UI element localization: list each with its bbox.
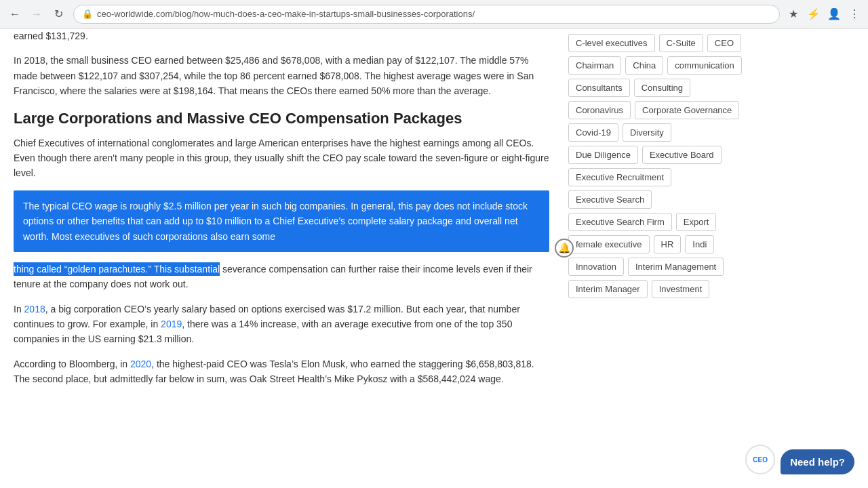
bookmark-this-icon[interactable]: ★ — [785, 6, 802, 22]
tag-item[interactable]: communication — [667, 56, 741, 75]
tag-item[interactable]: Corporate Governance — [635, 101, 739, 119]
url-text: ceo-worldwide.com/blog/how-much-does-a-c… — [97, 9, 475, 19]
tag-item[interactable]: Indi — [685, 235, 714, 253]
tag-item[interactable]: Interim Manager — [568, 280, 648, 298]
section-heading: Large Corporations and Massive CEO Compe… — [14, 110, 549, 127]
article-body: earned $131,729. In 2018, the small busi… — [0, 28, 563, 488]
tag-item[interactable]: Consultants — [568, 79, 630, 97]
tags-list: C-level executivesC-SuiteCEOChairmanChin… — [568, 28, 742, 298]
lock-icon: 🔒 — [82, 9, 93, 19]
link-2019[interactable]: 2019 — [161, 319, 182, 329]
tag-item[interactable]: Diversity — [623, 123, 671, 142]
browser-toolbar: ← → ↻ 🔒 ceo-worldwide.com/blog/how-much-… — [0, 0, 868, 28]
help-logo: CEO — [745, 445, 775, 474]
para-intro-corps: Chief Executives of international conglo… — [14, 136, 549, 181]
tag-item[interactable]: Executive Board — [642, 146, 722, 164]
mixed-para: thing called “golden parachutes.” This s… — [14, 262, 549, 292]
tag-item[interactable]: female executive — [568, 235, 650, 253]
notification-icon[interactable]: 🔔 — [555, 239, 574, 258]
help-label: Need help? — [790, 456, 845, 468]
tag-item[interactable]: Due Diligence — [568, 146, 638, 164]
highlight-text: The typical CEO wage is roughly $2.5 mil… — [23, 201, 528, 242]
link-2020[interactable]: 2020 — [130, 359, 151, 369]
tag-item[interactable]: Executive Recruitment — [568, 168, 671, 186]
tag-item[interactable]: C-Suite — [659, 34, 703, 52]
help-widget: CEO Need help? — [745, 445, 854, 474]
tag-item[interactable]: CEO — [707, 34, 741, 52]
tag-item[interactable]: Coronavirus — [568, 101, 631, 119]
back-button[interactable]: ← — [5, 5, 24, 24]
tag-item[interactable]: Consulting — [634, 79, 690, 97]
intro-paragraph: earned $131,729. — [14, 28, 549, 43]
reload-button[interactable]: ↻ — [49, 5, 68, 24]
page-content: earned $131,729. In 2018, the small busi… — [0, 28, 868, 488]
highlight-continuation: thing called “golden parachutes.” This s… — [14, 262, 220, 276]
intro-text: earned $131,729. — [14, 30, 88, 41]
nav-buttons: ← → ↻ — [5, 5, 68, 24]
tag-item[interactable]: Interim Management — [628, 258, 724, 276]
tag-item[interactable]: Investment — [652, 280, 710, 298]
para-bloomberg: According to Bloomberg, in 2020, the hig… — [14, 357, 549, 387]
forward-button[interactable]: → — [27, 5, 46, 24]
tag-item[interactable]: Innovation — [568, 258, 624, 276]
profile-icon[interactable]: 👤 — [826, 6, 842, 22]
browser-actions: ★ ⚡ 👤 ⋮ — [785, 6, 863, 22]
tag-item[interactable]: Executive Search — [568, 190, 652, 209]
link-2018[interactable]: 2018 — [24, 304, 45, 314]
menu-icon[interactable]: ⋮ — [846, 6, 863, 22]
para-2018b: In 2018, a big corporation CEO’s yearly … — [14, 302, 549, 347]
tag-item[interactable]: China — [625, 56, 663, 75]
help-logo-text: CEO — [753, 456, 768, 464]
highlighted-text-block: The typical CEO wage is roughly $2.5 mil… — [14, 190, 549, 252]
tag-item[interactable]: Export — [676, 213, 717, 231]
extensions-icon[interactable]: ⚡ — [806, 6, 822, 22]
tag-item[interactable]: Chairman — [568, 56, 621, 75]
sidebar-tags: C-level executivesC-SuiteCEOChairmanChin… — [563, 28, 753, 488]
para-prefix: In — [14, 304, 24, 314]
tag-item[interactable]: Executive Search Firm — [568, 213, 672, 231]
para-2018: In 2018, the small business CEO earned b… — [14, 53, 549, 98]
help-button[interactable]: Need help? — [781, 449, 854, 474]
tag-item[interactable]: HR — [654, 235, 682, 253]
address-bar[interactable]: 🔒 ceo-worldwide.com/blog/how-much-does-a… — [73, 5, 780, 24]
tag-item[interactable]: C-level executives — [568, 34, 655, 52]
tag-item[interactable]: Covid-19 — [568, 123, 618, 142]
bloomberg-prefix: According to Bloomberg, in — [14, 359, 130, 369]
